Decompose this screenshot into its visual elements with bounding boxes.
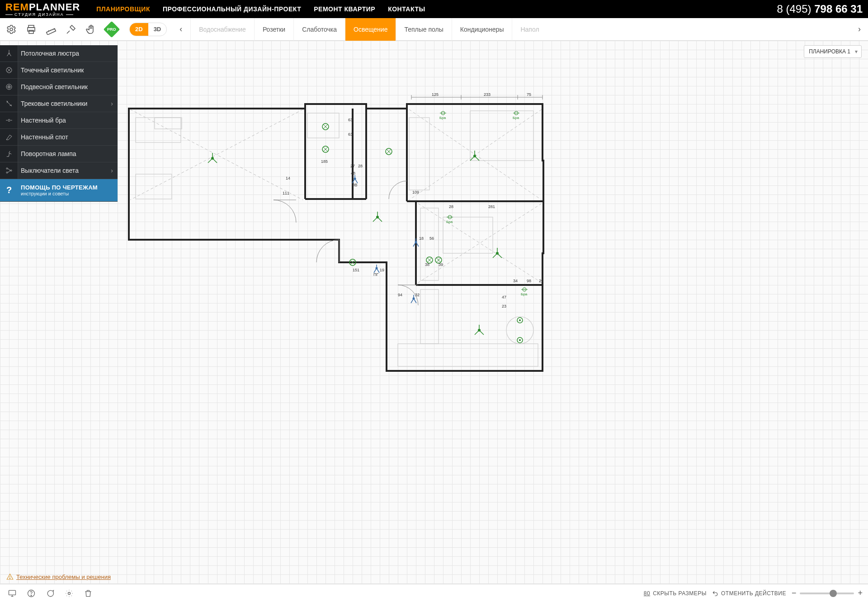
canvas-area[interactable]: ПЛАНИРОВКА 1 Потолочная люстра Точечный … xyxy=(0,41,868,584)
screen-icon[interactable] xyxy=(5,587,19,600)
svg-point-10 xyxy=(8,119,10,122)
svg-point-11 xyxy=(6,168,8,169)
svg-point-12 xyxy=(10,170,12,171)
trash-icon[interactable] xyxy=(81,587,95,600)
chevron-right-icon: › xyxy=(111,100,113,107)
svg-text:56: 56 xyxy=(429,236,434,241)
help-drawings[interactable]: ? ПОМОЩЬ ПО ЧЕРТЕЖАМ инструкции и советы xyxy=(0,179,118,202)
help-icon: ? xyxy=(0,179,18,201)
ruler-icon[interactable] xyxy=(43,22,59,37)
svg-text:63: 63 xyxy=(348,132,353,137)
tab-ac[interactable]: Кондиционеры xyxy=(452,18,512,41)
tools-icon[interactable] xyxy=(63,22,79,37)
logo-subtitle: СТУДИЯ ДИЗАЙНА xyxy=(5,12,96,17)
svg-text:47: 47 xyxy=(502,295,506,299)
svg-text:281: 281 xyxy=(488,204,495,209)
svg-text:19: 19 xyxy=(380,268,384,272)
svg-text:23: 23 xyxy=(502,304,506,308)
chandelier-icon xyxy=(0,45,18,62)
wall-spot-icon xyxy=(0,129,18,145)
nav-design-project[interactable]: ПРОФЕССИОНАЛЬНЫЙ ДИЗАЙН-ПРОЕКТ xyxy=(163,5,301,13)
gear-icon[interactable] xyxy=(62,587,76,600)
tab-lowcurrent[interactable]: Слаботочка xyxy=(293,18,345,41)
svg-text:151: 151 xyxy=(353,268,359,272)
tool-wall-spot[interactable]: Настенный спот xyxy=(0,129,118,146)
tool-spotlight[interactable]: Точечный светильник xyxy=(0,62,118,79)
tool-switches[interactable]: Выключатели света› xyxy=(0,162,118,179)
svg-text:ПГ: ПГ xyxy=(373,272,378,277)
pro-badge[interactable]: PRO xyxy=(104,21,120,38)
svg-rect-42 xyxy=(155,118,182,129)
sconce-icon xyxy=(0,112,18,128)
svg-text:18: 18 xyxy=(419,236,424,241)
svg-text:63: 63 xyxy=(348,118,353,122)
tool-swivel-lamp[interactable]: Поворотная лампа xyxy=(0,146,118,162)
app-header: REM PLANNER СТУДИЯ ДИЗАЙНА ПЛАНИРОВЩИК П… xyxy=(0,0,868,18)
svg-rect-40 xyxy=(136,118,181,142)
svg-rect-46 xyxy=(420,208,439,280)
hand-icon[interactable] xyxy=(83,22,99,37)
logo-rem: REM xyxy=(5,1,29,13)
svg-text:185: 185 xyxy=(321,159,328,164)
logo[interactable]: REM PLANNER СТУДИЯ ДИЗАЙНА xyxy=(5,1,96,17)
svg-text:Бра: Бра xyxy=(521,292,528,296)
tab-sockets[interactable]: Розетки xyxy=(254,18,293,41)
svg-text:28: 28 xyxy=(449,204,453,209)
floor-plan[interactable]: .wall{ stroke:#222; stroke-width:4; fill… xyxy=(127,72,561,380)
category-tabs: Водоснабжение Розетки Слаботочка Освещен… xyxy=(190,18,850,41)
zoom-in-button[interactable]: + xyxy=(858,588,863,598)
svg-point-0 xyxy=(10,28,13,31)
dimensions-top: 125 233 75 xyxy=(411,92,542,100)
view-2d-button[interactable]: 2D xyxy=(130,23,148,36)
svg-text:75: 75 xyxy=(527,92,531,97)
lighting-tool-panel: Потолочная люстра Точечный светильник По… xyxy=(0,45,118,202)
tab-floor[interactable]: Напол xyxy=(512,18,547,41)
tabs-scroll-right[interactable]: › xyxy=(854,24,864,34)
toolbar: PRO 2D 3D ‹ Водоснабжение Розетки Слабот… xyxy=(0,18,868,41)
tool-pendant[interactable]: Подвесной светильник xyxy=(0,79,118,95)
warning-icon xyxy=(6,573,14,580)
print-icon[interactable] xyxy=(24,22,39,37)
svg-text:34: 34 xyxy=(513,279,518,283)
view-3d-button[interactable]: 3D xyxy=(148,23,167,36)
svg-point-5 xyxy=(8,53,9,54)
tabs-scroll-left[interactable]: ‹ xyxy=(176,24,186,34)
zoom-slider[interactable] xyxy=(800,593,854,594)
help-circle-icon[interactable] xyxy=(24,587,38,600)
tab-heated-floor[interactable]: Теплые полы xyxy=(396,18,451,41)
nav-planner[interactable]: ПЛАНИРОВЩИК xyxy=(96,5,150,13)
svg-text:32: 32 xyxy=(415,293,420,297)
track-icon xyxy=(0,95,18,112)
issues-link[interactable]: Технические проблемы и решения xyxy=(6,573,111,580)
tab-water[interactable]: Водоснабжение xyxy=(190,18,254,41)
nav-contacts[interactable]: КОНТАКТЫ xyxy=(388,5,425,13)
svg-rect-3 xyxy=(29,30,33,33)
tool-ceiling-chandelier[interactable]: Потолочная люстра xyxy=(0,45,118,62)
main-nav: ПЛАНИРОВЩИК ПРОФЕССИОНАЛЬНЫЙ ДИЗАЙН-ПРОЕ… xyxy=(96,5,425,13)
tool-track-light[interactable]: Трековые светильники› xyxy=(0,95,118,112)
nav-renovation[interactable]: РЕМОНТ КВАРТИР xyxy=(314,5,375,13)
chat-icon[interactable] xyxy=(43,587,57,600)
svg-text:39: 39 xyxy=(439,262,443,267)
hide-sizes-button[interactable]: 80 СКРЫТЬ РАЗМЕРЫ xyxy=(644,590,707,597)
svg-text:48: 48 xyxy=(351,171,355,175)
tool-wall-sconce[interactable]: Настенный бра xyxy=(0,112,118,129)
tab-lighting[interactable]: Освещение xyxy=(345,18,396,41)
settings-gear-icon[interactable] xyxy=(4,22,19,37)
zoom-out-button[interactable]: − xyxy=(792,588,797,598)
chevron-right-icon: › xyxy=(111,167,113,174)
svg-point-93 xyxy=(9,578,10,578)
svg-text:Бра: Бра xyxy=(446,220,453,224)
svg-text:28: 28 xyxy=(358,164,363,168)
switch-icon xyxy=(0,162,18,179)
undo-button[interactable]: ОТМЕНИТЬ ДЕЙСТВИЕ xyxy=(712,590,786,597)
svg-text:ПВ: ПВ xyxy=(352,183,357,187)
svg-rect-48 xyxy=(420,289,439,344)
svg-point-7 xyxy=(6,84,12,90)
svg-text:125: 125 xyxy=(432,92,439,97)
svg-rect-45 xyxy=(409,118,429,190)
layout-dropdown[interactable]: ПЛАНИРОВКА 1 xyxy=(804,45,862,58)
svg-text:111: 111 xyxy=(283,191,289,195)
zoom-control: − + xyxy=(792,588,863,598)
svg-rect-43 xyxy=(307,113,339,138)
